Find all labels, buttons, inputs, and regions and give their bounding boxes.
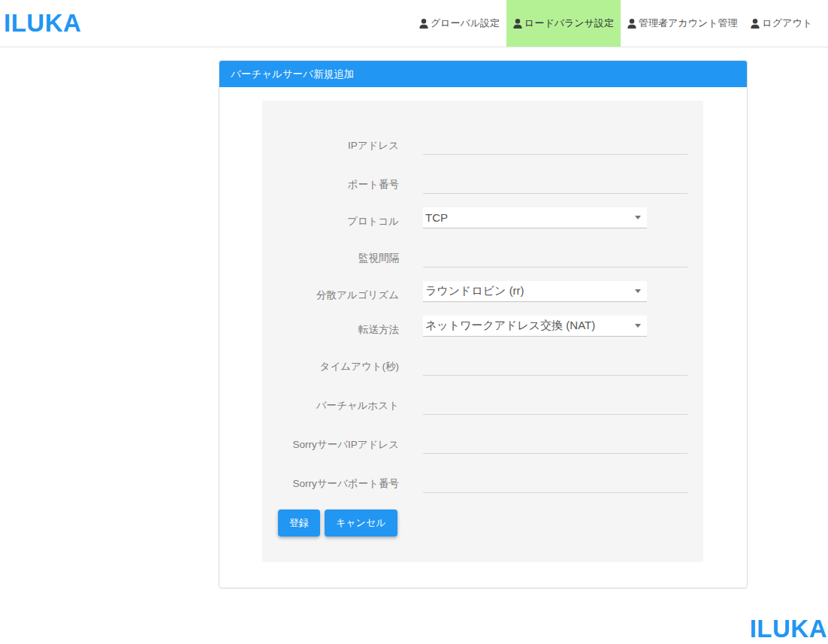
sorry-server-port-label: Sorryサーバポート番号 [262, 477, 399, 491]
form-row-timeout: タイムアウト(秒) [262, 347, 687, 386]
timeout-label: タイムアウト(秒) [262, 360, 399, 373]
nav-item-admin-account[interactable]: 管理者アカウント管理 [621, 0, 745, 47]
panel-title: バーチャルサーバ新規追加 [219, 61, 747, 87]
sorry-server-ip-input[interactable] [423, 425, 687, 454]
form-actions: 登録 キャンセル [262, 509, 687, 537]
ip-address-label: IPアドレス [262, 139, 399, 153]
nav-item-label: ログアウト [762, 17, 812, 30]
virtual-host-input[interactable] [423, 386, 687, 415]
nav-menu: グローバル設定 ロードバランサ設定 管理者アカウント管理 ログアウト [412, 0, 819, 47]
form-row-monitor-interval: 監視間隔 [262, 239, 687, 278]
nav-item-label: グローバル設定 [431, 17, 500, 30]
nav-item-logout[interactable]: ログアウト [744, 0, 819, 47]
chevron-down-icon [635, 324, 641, 328]
submit-button[interactable]: 登録 [278, 509, 320, 537]
cancel-button[interactable]: キャンセル [325, 509, 397, 537]
forwarding-method-label: 転送方法 [262, 323, 399, 337]
user-icon [419, 19, 428, 29]
scheduling-algorithm-select[interactable]: ラウンドロビン (rr) [423, 281, 647, 302]
timeout-input[interactable] [423, 347, 687, 376]
user-icon [513, 19, 522, 29]
scheduling-algorithm-label: 分散アルゴリズム [262, 289, 399, 302]
monitor-interval-label: 監視間隔 [262, 252, 399, 265]
protocol-select[interactable]: TCP [423, 207, 647, 228]
port-number-input[interactable] [423, 165, 687, 194]
virtual-server-panel: バーチャルサーバ新規追加 IPアドレス ポート番号 プロトコル TCP [219, 60, 748, 588]
monitor-interval-input[interactable] [423, 239, 687, 268]
virtual-server-form: IPアドレス ポート番号 プロトコル TCP [262, 101, 703, 562]
scheduling-algorithm-select-value: ラウンドロビン (rr) [425, 284, 524, 298]
form-row-forwarding-method: 転送方法 ネットワークアドレス交換 (NAT) [262, 313, 687, 347]
form-row-scheduling-algorithm: 分散アルゴリズム ラウンドロビン (rr) [262, 278, 687, 313]
chevron-down-icon [635, 289, 641, 293]
form-row-protocol: プロトコル TCP [262, 204, 687, 239]
nav-item-load-balancer-settings[interactable]: ロードバランサ設定 [506, 0, 621, 47]
protocol-label: プロトコル [262, 215, 399, 228]
navbar: ILUKA グローバル設定 ロードバランサ設定 管理者アカウント管理 ログアウト [0, 0, 828, 47]
brand-logo[interactable]: ILUKA [4, 9, 81, 38]
nav-item-label: ロードバランサ設定 [524, 17, 614, 30]
footer-logo: ILUKA [750, 615, 827, 643]
nav-item-label: 管理者アカウント管理 [639, 17, 738, 30]
sorry-server-ip-label: SorryサーバIPアドレス [262, 438, 399, 452]
panel-body: IPアドレス ポート番号 プロトコル TCP [219, 87, 747, 588]
port-number-label: ポート番号 [262, 178, 399, 192]
form-row-port-number: ポート番号 [262, 165, 687, 204]
ip-address-input[interactable] [423, 126, 687, 155]
user-icon [751, 19, 760, 29]
sorry-server-port-input[interactable] [423, 464, 687, 493]
form-row-sorry-server-ip: SorryサーバIPアドレス [262, 425, 687, 464]
footer: ILUKA [750, 615, 827, 643]
chevron-down-icon [635, 216, 641, 219]
protocol-select-value: TCP [425, 211, 448, 224]
form-row-sorry-server-port: Sorryサーバポート番号 [262, 464, 687, 503]
user-icon [627, 19, 636, 29]
nav-item-global-settings[interactable]: グローバル設定 [412, 0, 506, 47]
form-row-virtual-host: バーチャルホスト [262, 386, 687, 425]
form-row-ip-address: IPアドレス [262, 126, 687, 165]
virtual-host-label: バーチャルホスト [262, 399, 399, 413]
forwarding-method-select[interactable]: ネットワークアドレス交換 (NAT) [423, 316, 647, 337]
forwarding-method-select-value: ネットワークアドレス交換 (NAT) [425, 319, 595, 333]
main-content: バーチャルサーバ新規追加 IPアドレス ポート番号 プロトコル TCP [219, 60, 748, 588]
